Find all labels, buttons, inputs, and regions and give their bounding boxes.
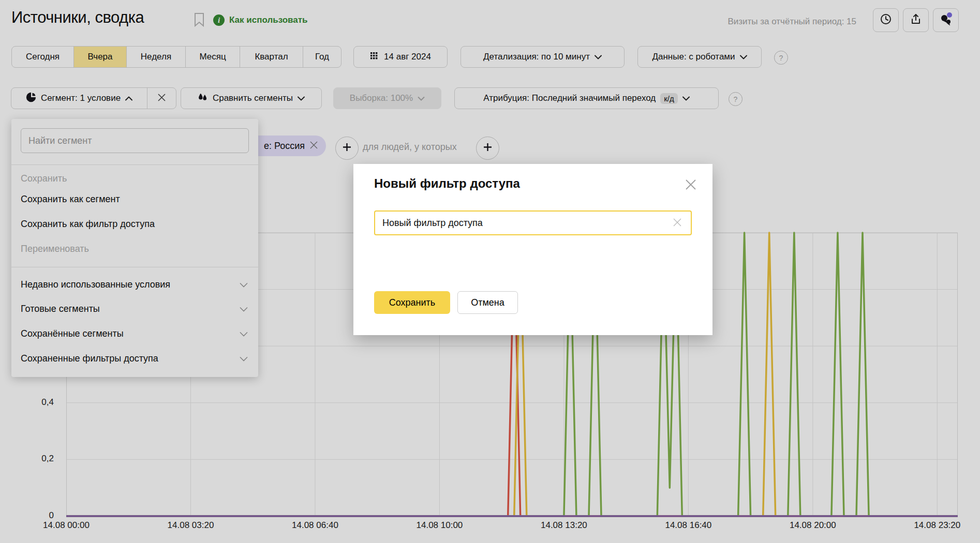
modal-close-icon[interactable] bbox=[685, 178, 697, 193]
input-clear-icon[interactable] bbox=[672, 217, 682, 230]
filter-name-input[interactable] bbox=[374, 210, 692, 235]
save-button[interactable]: Сохранить bbox=[374, 291, 450, 314]
new-access-filter-modal: Новый фильтр доступа Сохранить Отмена bbox=[353, 164, 712, 335]
modal-title: Новый фильтр доступа bbox=[374, 176, 520, 191]
cancel-button[interactable]: Отмена bbox=[457, 291, 518, 314]
